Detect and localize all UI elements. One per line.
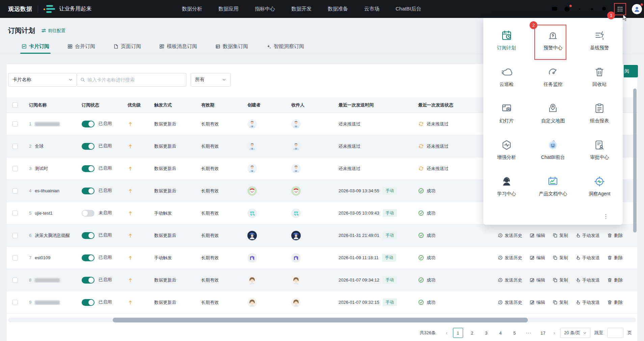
status-filter-select[interactable]: 所有 bbox=[191, 73, 231, 87]
state-toggle[interactable] bbox=[82, 165, 95, 172]
state-toggle[interactable] bbox=[82, 210, 95, 217]
copy-action[interactable]: 复制 bbox=[553, 255, 568, 261]
nav-menu-item[interactable]: 云市场 bbox=[364, 6, 379, 12]
state-toggle[interactable] bbox=[82, 143, 95, 150]
recipient-avatar[interactable] bbox=[291, 119, 333, 129]
copy-action[interactable]: 复制 bbox=[553, 277, 568, 283]
row-checkbox[interactable] bbox=[12, 255, 18, 261]
manual-send-action[interactable]: 手动发送 bbox=[575, 277, 600, 283]
row-checkbox[interactable] bbox=[12, 277, 18, 283]
app-item-cloud[interactable]: 云巡检 bbox=[483, 58, 530, 95]
creator-avatar[interactable] bbox=[247, 142, 286, 151]
help-icon[interactable] bbox=[563, 5, 571, 13]
gear-icon[interactable] bbox=[588, 5, 596, 13]
nav-menu-item[interactable]: ChatBI后台 bbox=[396, 6, 421, 12]
page-button[interactable]: 2 bbox=[467, 328, 477, 338]
state-toggle[interactable] bbox=[82, 188, 95, 194]
card-name-field-select[interactable]: 卡片名称 bbox=[8, 73, 77, 87]
creator-avatar[interactable] bbox=[247, 164, 286, 173]
nav-menu-item[interactable]: 数据应用 bbox=[218, 6, 239, 12]
send-history-action[interactable]: 发送历史 bbox=[498, 233, 522, 239]
edit-action[interactable]: 编辑 bbox=[530, 299, 545, 306]
delete-action[interactable]: 删除 bbox=[607, 233, 623, 239]
row-checkbox[interactable] bbox=[12, 144, 18, 149]
page-button[interactable]: 3 bbox=[481, 328, 491, 338]
recipient-avatar[interactable] bbox=[291, 209, 333, 218]
more-apps-button[interactable]: ⋮ bbox=[603, 213, 609, 220]
recipient-avatar[interactable] bbox=[291, 253, 333, 263]
tab-item[interactable]: 合并订阅 bbox=[68, 43, 95, 54]
creator-avatar[interactable] bbox=[247, 231, 286, 240]
app-item-gauge[interactable]: 任务监控 bbox=[530, 58, 576, 95]
select-all-checkbox[interactable] bbox=[12, 102, 18, 108]
send-history-action[interactable]: 发送历史 bbox=[498, 277, 522, 283]
state-toggle[interactable] bbox=[82, 121, 95, 127]
row-checkbox[interactable] bbox=[12, 300, 18, 305]
app-item-chatbi[interactable]: ChatBI前台 bbox=[530, 131, 576, 168]
nav-menu-item[interactable]: 数据准备 bbox=[328, 6, 348, 12]
state-toggle[interactable] bbox=[82, 254, 95, 261]
page-button[interactable]: 5 bbox=[510, 328, 520, 338]
page-button[interactable]: 17 bbox=[538, 328, 548, 338]
creator-avatar[interactable] bbox=[247, 275, 286, 285]
tab-item[interactable]: 页面订阅 bbox=[113, 43, 141, 54]
edit-action[interactable]: 编辑 bbox=[530, 233, 545, 239]
app-item-hexpulse[interactable]: 增强分析 bbox=[483, 131, 530, 168]
app-item-approval[interactable]: 审批中心 bbox=[576, 131, 623, 168]
state-toggle[interactable] bbox=[82, 277, 95, 284]
page-button[interactable]: 4 bbox=[495, 328, 506, 338]
app-item-report[interactable]: 组合报表 bbox=[576, 95, 623, 131]
page-size-select[interactable]: 20 条/页 bbox=[560, 328, 590, 338]
row-checkbox[interactable] bbox=[12, 233, 18, 238]
app-item-trash[interactable]: 回收站 bbox=[576, 58, 623, 95]
state-toggle[interactable] bbox=[82, 299, 95, 306]
vertical-scrollbar[interactable] bbox=[633, 89, 637, 233]
recipient-avatar[interactable] bbox=[291, 186, 333, 196]
screen-cast-icon[interactable] bbox=[551, 5, 558, 13]
tab-item[interactable]: 智能洞察订阅 bbox=[266, 43, 304, 54]
app-item-baseline[interactable]: 基线预警 bbox=[576, 22, 623, 58]
app-item-agent[interactable]: 洞察Agent bbox=[576, 168, 623, 204]
recipient-avatar[interactable] bbox=[291, 142, 333, 151]
download-icon[interactable] bbox=[576, 5, 583, 13]
tab-active-item[interactable]: 卡片订阅 bbox=[22, 43, 49, 54]
apps-grid-icon[interactable] bbox=[616, 5, 624, 13]
row-checkbox[interactable] bbox=[12, 121, 18, 127]
tab-item[interactable]: 数据集订阅 bbox=[215, 43, 248, 54]
delete-action[interactable]: 删除 bbox=[607, 255, 623, 261]
recipient-avatar[interactable] bbox=[291, 298, 333, 307]
app-item-slides[interactable]: 幻灯片 bbox=[483, 95, 530, 131]
copy-action[interactable]: 复制 bbox=[553, 299, 568, 306]
creator-avatar[interactable] bbox=[247, 209, 286, 218]
search-input[interactable] bbox=[87, 77, 183, 82]
search-icon[interactable] bbox=[601, 5, 608, 13]
recipient-avatar[interactable] bbox=[291, 164, 333, 173]
app-item-subscription[interactable]: 订阅计划 bbox=[483, 22, 530, 58]
nav-menu-item[interactable]: 数据分析 bbox=[182, 6, 202, 12]
new-subscription-button[interactable]: 阅 bbox=[624, 65, 638, 77]
creator-avatar[interactable] bbox=[247, 186, 286, 196]
row-checkbox[interactable] bbox=[12, 166, 18, 171]
edit-action[interactable]: 编辑 bbox=[530, 277, 545, 283]
app-item-map[interactable]: 自定义地图 bbox=[530, 95, 576, 131]
creator-avatar[interactable] bbox=[247, 253, 286, 263]
recipient-avatar[interactable] bbox=[291, 231, 333, 240]
page-button[interactable]: 1 bbox=[453, 328, 463, 338]
horizontal-scrollbar[interactable] bbox=[8, 318, 636, 322]
creator-avatar[interactable] bbox=[247, 298, 286, 307]
delete-action[interactable]: 删除 bbox=[607, 277, 623, 283]
manual-send-action[interactable]: 手动发送 bbox=[575, 233, 600, 239]
jump-page-input[interactable] bbox=[607, 328, 623, 338]
next-page-button[interactable]: › bbox=[552, 330, 557, 336]
manual-send-action[interactable]: 手动发送 bbox=[575, 299, 600, 306]
creator-avatar[interactable] bbox=[247, 119, 286, 129]
delete-action[interactable]: 删除 bbox=[607, 299, 623, 306]
app-item-alert[interactable]: 预警中心 bbox=[530, 22, 576, 58]
nav-menu-item[interactable]: 指标中心 bbox=[255, 6, 275, 12]
row-checkbox[interactable] bbox=[12, 211, 18, 216]
user-avatar[interactable] bbox=[632, 4, 642, 14]
state-toggle[interactable] bbox=[82, 232, 95, 239]
copy-action[interactable]: 复制 bbox=[553, 233, 568, 239]
nav-menu-item[interactable]: 数据开发 bbox=[291, 6, 312, 12]
recipient-avatar[interactable] bbox=[291, 275, 333, 285]
